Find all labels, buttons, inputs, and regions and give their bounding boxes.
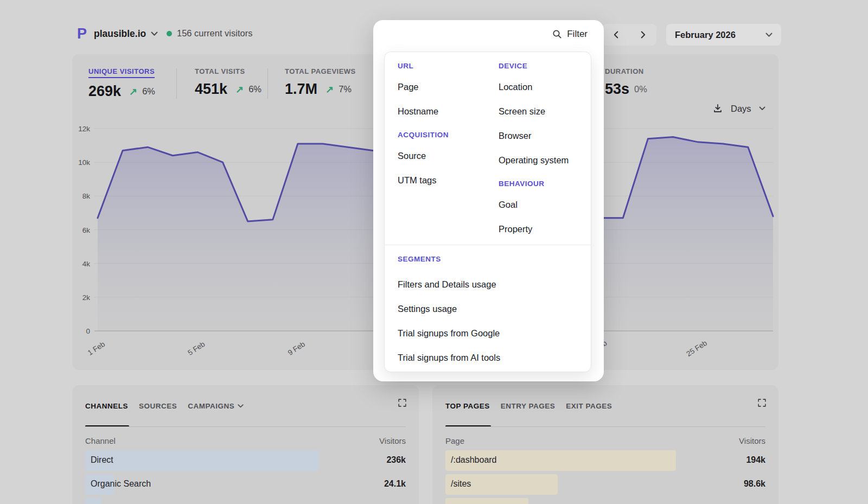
divider: [385, 245, 591, 245]
row-value: 98.6k: [744, 479, 765, 489]
chevron-down-icon: [151, 31, 158, 36]
stat-divider: [176, 68, 177, 99]
table-row-partial: [445, 498, 765, 504]
filter-item-utm-tags[interactable]: UTM tags: [398, 175, 499, 186]
chevron-right-icon: [641, 31, 646, 39]
svg-text:0: 0: [86, 327, 90, 335]
trend-up-icon: ↗: [326, 84, 334, 95]
svg-text:1 Feb: 1 Feb: [86, 340, 106, 357]
stat-change: 6%: [248, 84, 261, 94]
stat-label: TOTAL PAGEVIEWS: [285, 67, 356, 75]
plausible-logo-icon: P: [75, 26, 89, 41]
stat-value: 269k: [88, 83, 121, 100]
stat-value: 53s: [605, 81, 629, 98]
svg-text:5 Feb: 5 Feb: [186, 340, 206, 357]
tab-exit-pages[interactable]: EXIT PAGES: [566, 402, 612, 410]
row-bar: [445, 498, 528, 504]
stat-unique-visitors[interactable]: UNIQUE VISITORS 269k ↗ 6%: [88, 66, 155, 100]
channels-card: CHANNELS SOURCES CAMPAIGNS Channel Visit…: [72, 385, 419, 504]
plausible-dashboard: P plausible.io 156 current visitors Febr…: [0, 0, 868, 504]
expand-icon[interactable]: [398, 398, 407, 410]
tab-channels[interactable]: CHANNELS: [85, 402, 128, 410]
svg-text:8k: 8k: [82, 192, 91, 200]
download-icon[interactable]: [712, 103, 723, 114]
site-switcher[interactable]: P plausible.io: [75, 26, 158, 41]
filter-group-title: DEVICE: [499, 62, 578, 71]
svg-text:12k: 12k: [78, 125, 90, 133]
row-label[interactable]: Direct: [91, 455, 113, 465]
tab-top-pages[interactable]: TOP PAGES: [445, 402, 490, 410]
segment-item[interactable]: Trial signups from Google: [398, 328, 578, 339]
filter-item-screen-size[interactable]: Screen size: [499, 106, 578, 117]
tab-campaigns[interactable]: CAMPAIGNS: [188, 402, 244, 410]
pages-rows: /:dashboard 194k /sites 98.6k: [445, 450, 765, 504]
prev-period-button[interactable]: [602, 24, 629, 46]
trend-up-icon: ↗: [129, 86, 137, 98]
segments-title: SEGMENTS: [398, 255, 578, 264]
svg-text:25 Feb: 25 Feb: [685, 339, 709, 358]
filter-item-goal[interactable]: Goal: [499, 200, 578, 210]
segment-item[interactable]: Trial signups from AI tools: [398, 353, 578, 363]
chevron-left-icon: [614, 31, 618, 39]
tab-campaigns-label: CAMPAIGNS: [188, 402, 234, 410]
tab-sources[interactable]: SOURCES: [139, 402, 177, 410]
divider: [85, 426, 406, 427]
svg-text:10k: 10k: [78, 158, 90, 167]
filter-item-location[interactable]: Location: [499, 82, 578, 93]
stat-change: 7%: [339, 84, 352, 94]
stat-total-visits[interactable]: TOTAL VISITS 451k ↗ 6%: [195, 66, 261, 98]
filter-column-left: URL Page Hostname ACQUISITION Source UTM…: [398, 62, 499, 235]
filter-group-title: URL: [398, 62, 499, 71]
chevron-down-icon: [765, 33, 773, 37]
stat-divider: [267, 68, 268, 99]
date-range-picker[interactable]: February 2026: [666, 24, 781, 46]
pages-card: TOP PAGES ENTRY PAGES EXIT PAGES Page Vi…: [432, 385, 778, 504]
column-header: Channel: [85, 436, 116, 445]
trend-up-icon: ↗: [235, 84, 244, 95]
row-value: 194k: [746, 455, 765, 465]
stat-change: 6%: [142, 86, 155, 97]
table-row[interactable]: Direct 236k: [85, 450, 406, 471]
row-label[interactable]: Organic Search: [91, 479, 151, 489]
filter-item-source[interactable]: Source: [398, 151, 499, 162]
svg-text:4k: 4k: [82, 260, 91, 268]
expand-icon[interactable]: [757, 398, 767, 410]
stat-label: DURATION: [605, 67, 644, 75]
stat-visit-duration[interactable]: DURATION 53s 0%: [605, 66, 647, 98]
filter-item-page[interactable]: Page: [398, 82, 499, 93]
stat-change: 0%: [634, 84, 647, 94]
stat-total-pageviews[interactable]: TOTAL PAGEVIEWS 1.7M ↗ 7%: [285, 66, 356, 98]
filter-search[interactable]: Filter: [552, 29, 588, 40]
filter-item-operating-system[interactable]: Operating system: [499, 155, 578, 166]
table-row[interactable]: Organic Search 24.1k: [85, 474, 406, 495]
row-bar: [85, 450, 319, 471]
column-header: Visitors: [739, 436, 765, 445]
svg-text:2k: 2k: [82, 294, 91, 302]
interval-dropdown[interactable]: Days: [731, 104, 751, 114]
segment-item[interactable]: Filters and Details usage: [398, 279, 578, 290]
next-period-button[interactable]: [629, 24, 656, 46]
current-visitors[interactable]: 156 current visitors: [167, 28, 252, 39]
pages-tabs: TOP PAGES ENTRY PAGES EXIT PAGES: [445, 400, 752, 411]
segment-item[interactable]: Settings usage: [398, 304, 578, 315]
column-header: Visitors: [379, 436, 406, 445]
live-dot-icon: [167, 31, 172, 36]
table-row[interactable]: /sites 98.6k: [445, 474, 765, 495]
column-header: Page: [445, 436, 464, 445]
chevron-down-icon: [238, 404, 244, 408]
filter-item-browser[interactable]: Browser: [499, 131, 578, 142]
channels-rows: Direct 236k Organic Search 24.1k: [85, 450, 406, 504]
filter-item-property[interactable]: Property: [499, 224, 578, 235]
filter-group-title: BEHAVIOUR: [499, 180, 578, 188]
search-icon: [552, 29, 562, 39]
stat-label: UNIQUE VISITORS: [88, 67, 155, 78]
table-headers: Page Visitors: [445, 436, 765, 445]
row-label[interactable]: /:dashboard: [451, 455, 497, 465]
stat-value: 451k: [195, 81, 227, 98]
filter-item-hostname[interactable]: Hostname: [398, 106, 499, 117]
current-visitors-label: 156 current visitors: [177, 28, 252, 39]
table-row[interactable]: /:dashboard 194k: [445, 450, 765, 471]
tab-entry-pages[interactable]: ENTRY PAGES: [501, 402, 556, 410]
svg-text:6k: 6k: [82, 226, 91, 234]
row-label[interactable]: /sites: [451, 479, 471, 489]
